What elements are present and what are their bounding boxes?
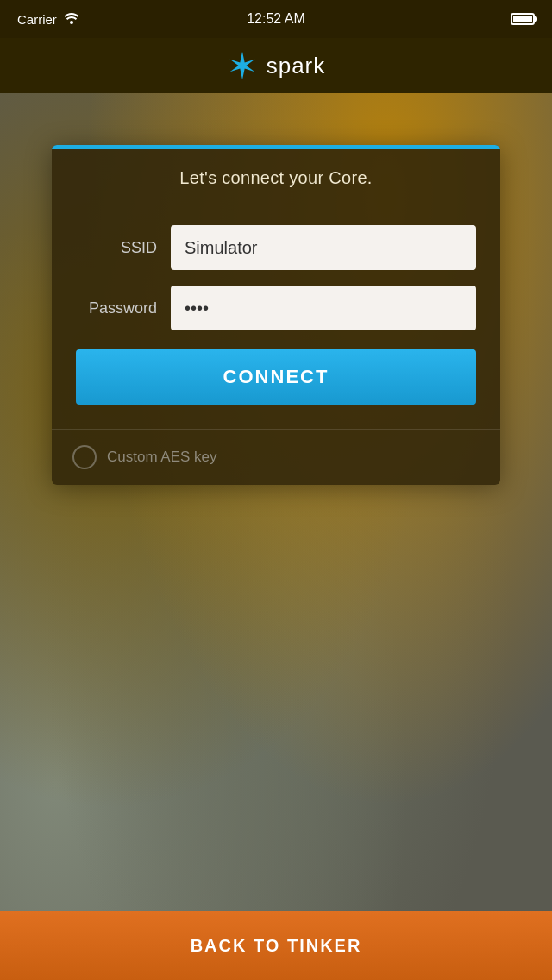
main-content: Let's connect your Core. SSID Password C… xyxy=(0,93,552,980)
wifi-icon xyxy=(64,12,79,27)
aes-label: Custom AES key xyxy=(107,449,217,466)
status-time: 12:52 AM xyxy=(247,11,305,27)
card-body: SSID Password CONNECT xyxy=(52,204,500,429)
ssid-row: SSID xyxy=(76,225,476,270)
aes-radio[interactable] xyxy=(72,445,97,469)
password-row: Password xyxy=(76,286,476,330)
ssid-label: SSID xyxy=(76,239,171,257)
card-header-text: Let's connect your Core. xyxy=(179,168,372,187)
app-title: spark xyxy=(267,53,326,79)
battery-indicator xyxy=(511,13,535,25)
svg-marker-1 xyxy=(229,52,254,79)
password-label: Password xyxy=(76,299,171,317)
status-bar: Carrier 12:52 AM xyxy=(0,0,552,38)
back-button-container: BACK TO TINKER xyxy=(0,911,552,980)
app-header: spark xyxy=(0,38,552,93)
password-input[interactable] xyxy=(171,286,476,330)
card-header: Let's connect your Core. xyxy=(52,149,500,204)
spark-logo-icon xyxy=(227,50,258,81)
ssid-input[interactable] xyxy=(171,225,476,270)
svg-point-0 xyxy=(70,21,73,24)
connect-card: Let's connect your Core. SSID Password C… xyxy=(52,145,500,485)
connect-button[interactable]: CONNECT xyxy=(76,349,476,405)
card-footer: Custom AES key xyxy=(52,429,500,485)
status-left: Carrier xyxy=(17,12,79,27)
carrier-label: Carrier xyxy=(17,12,57,27)
back-to-tinker-button[interactable]: BACK TO TINKER xyxy=(0,911,552,980)
